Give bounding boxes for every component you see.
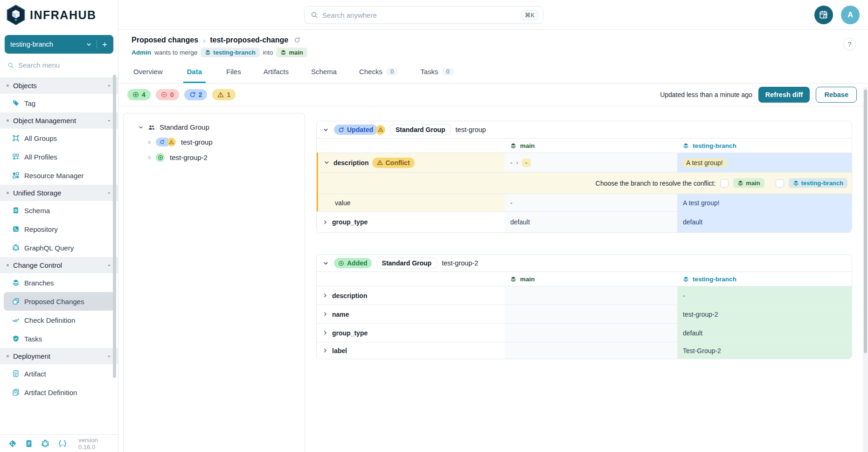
tree-node-test-group-2[interactable]: test-group-2 — [148, 153, 300, 162]
tree-node-standard-group[interactable]: Standard Group — [138, 123, 300, 131]
sidebar-item-resource-manager[interactable]: Resource Manager — [0, 166, 118, 185]
warning-icon — [378, 127, 383, 132]
branch-icon — [205, 49, 211, 56]
sidebar-item-artifact[interactable]: Artifact — [0, 364, 118, 383]
attribute-label: name — [332, 311, 349, 318]
conflict-warning-icon — [375, 125, 385, 135]
resolve-main-badge[interactable]: main — [733, 178, 764, 188]
menu-search-input[interactable] — [18, 61, 97, 69]
resolve-branch-badge[interactable]: testing-branch — [789, 178, 847, 188]
help-button[interactable]: ? — [843, 38, 856, 50]
nav-item-label: All Groups — [24, 134, 57, 142]
sidebar-item-all-groups[interactable]: All Groups — [0, 129, 118, 147]
property-row-value: value - A test group! — [318, 194, 852, 211]
nav-item-label: Artifact — [24, 370, 46, 378]
branch-selector[interactable]: testing-branch — [5, 35, 113, 54]
tab-schema[interactable]: Schema — [309, 63, 339, 83]
attribute-row-description: description - — [317, 286, 852, 305]
sidebar-section-deployment[interactable]: Deployment — [0, 348, 118, 364]
sidebar-item-proposed-changes[interactable]: Proposed Changes — [4, 292, 114, 311]
global-search-input[interactable] — [322, 11, 517, 19]
tab-data[interactable]: Data — [183, 63, 206, 83]
conflict-resolution-text: Choose the branch to resolve the conflic… — [596, 180, 716, 187]
status-label: Added — [347, 259, 368, 267]
sidebar-section-object-management[interactable]: Object Management — [0, 112, 118, 129]
resolve-branch-checkbox[interactable] — [776, 179, 784, 188]
section-label: Unified Storage — [13, 189, 103, 197]
docs-link-button[interactable] — [25, 439, 33, 448]
breadcrumb-root[interactable]: Proposed changes — [132, 36, 198, 44]
chevron-right-icon[interactable] — [322, 348, 328, 354]
chevron-down-icon[interactable] — [324, 160, 330, 166]
merge-subtitle: Admin wants to merge testing-branch into… — [132, 48, 855, 57]
nav-item-label: GraphQL Query — [24, 244, 74, 252]
tasks-count-badge: 0 — [442, 68, 454, 76]
sidebar-section-change-control[interactable]: Change Control — [0, 257, 118, 273]
schedule-button[interactable] — [814, 6, 833, 24]
sidebar-item-graphql-query[interactable]: GraphQL Query — [0, 238, 118, 257]
attribute-row-description: description Conflict - › - — [318, 153, 852, 172]
source-branch-badge: testing-branch — [201, 48, 259, 57]
diff-card-header[interactable]: Added Standard Group test-group-2 — [317, 255, 852, 272]
brand-logo[interactable]: INFRAHUB — [0, 0, 118, 30]
avatar[interactable]: A — [841, 6, 860, 24]
sidebar-section-objects[interactable]: Objects — [0, 77, 118, 94]
resolve-main-checkbox[interactable] — [720, 179, 729, 188]
sidebar-item-all-profiles[interactable]: All Profiles — [0, 147, 118, 166]
git-link-button[interactable] — [8, 439, 17, 448]
sidebar-item-schema[interactable]: Schema — [0, 201, 118, 220]
sidebar-item-tag[interactable]: Tag — [0, 94, 118, 112]
chevron-right-icon[interactable] — [322, 311, 328, 317]
conflict-badge — [167, 138, 176, 146]
graphql-sandbox-button[interactable] — [41, 439, 49, 448]
sidebar-item-repository[interactable]: Repository — [0, 220, 118, 238]
branch-icon — [510, 143, 516, 149]
sidebar-scrollbar-thumb[interactable] — [113, 75, 116, 378]
empty-cell — [317, 272, 505, 286]
main-value-cell: - › - — [505, 153, 677, 172]
chevron-right-icon[interactable] — [322, 292, 328, 299]
chevron-right-icon[interactable] — [322, 219, 328, 225]
rebase-button[interactable]: Rebase — [816, 87, 857, 103]
section-label: Change Control — [13, 261, 103, 269]
sidebar-item-branches[interactable]: Branches — [0, 273, 118, 292]
branch-value-cell: - — [677, 286, 852, 305]
refresh-diff-button[interactable]: Refresh diff — [758, 87, 810, 103]
tab-artifacts[interactable]: Artifacts — [262, 63, 291, 83]
diff-card-header[interactable]: Updated Standard Group test-group — [317, 121, 852, 139]
tab-checks[interactable]: Checks 0 — [357, 63, 400, 83]
refresh-icon[interactable] — [294, 37, 300, 43]
tab-overview[interactable]: Overview — [132, 63, 165, 83]
sync-icon — [160, 139, 165, 145]
global-search[interactable]: ⌘K — [304, 6, 543, 24]
chevron-right-icon[interactable] — [322, 330, 328, 336]
chevron-down-icon — [138, 125, 144, 130]
tab-files[interactable]: Files — [224, 63, 243, 83]
menu-search[interactable] — [0, 54, 118, 75]
tree-node-test-group[interactable]: test-group — [148, 138, 300, 146]
attribute-label: group_type — [332, 329, 368, 337]
sidebar-section-unified-storage[interactable]: Unified Storage — [0, 185, 118, 201]
property-label: value — [324, 199, 350, 207]
main-value-cell — [505, 324, 677, 342]
sidebar-item-check-definition[interactable]: Check Definition — [0, 311, 118, 329]
bullet-icon — [148, 141, 151, 144]
tab-tasks[interactable]: Tasks 0 — [418, 63, 456, 83]
sidebar-item-artifact-definition[interactable]: Artifact Definition — [0, 383, 118, 402]
nav-item-label: Branches — [24, 279, 54, 287]
page-scrollbar-thumb[interactable] — [864, 90, 867, 353]
sidebar-item-tasks[interactable]: Tasks — [0, 329, 118, 348]
add-branch-icon[interactable] — [102, 42, 108, 48]
branch-value-cell: default — [677, 324, 852, 342]
added-counter: 4 — [127, 89, 151, 100]
subtitle-preposition: into — [263, 49, 273, 56]
attribute-label-cell: label — [317, 342, 505, 359]
sidebar-nav: Objects Tag Object Management All Groups… — [0, 75, 118, 434]
chevron-down-icon[interactable] — [323, 260, 329, 266]
api-link-button[interactable] — [57, 439, 68, 448]
diff-tree-panel: Standard Group test-group test — [123, 113, 305, 452]
added-count: 4 — [142, 91, 146, 98]
chevron-down-icon[interactable] — [323, 127, 329, 133]
removed-count: 0 — [170, 91, 174, 98]
search-icon — [311, 11, 318, 19]
